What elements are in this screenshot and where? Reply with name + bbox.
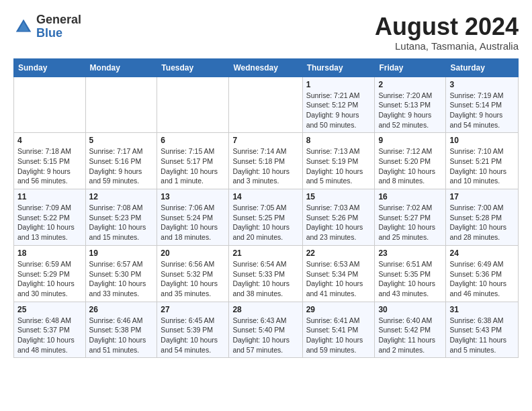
- day-cell: [14, 77, 86, 133]
- title-block: August 2024 Lutana, Tasmania, Australia: [375, 13, 519, 52]
- day-cell: 3Sunrise: 7:19 AM Sunset: 5:14 PM Daylig…: [446, 77, 519, 133]
- day-info: Sunrise: 6:46 AM Sunset: 5:38 PM Dayligh…: [89, 316, 154, 355]
- day-number: 2: [378, 80, 442, 89]
- day-info: Sunrise: 7:10 AM Sunset: 5:21 PM Dayligh…: [449, 146, 515, 186]
- logo-general: General: [36, 13, 81, 26]
- weekday-header-row: SundayMondayTuesdayWednesdayThursdayFrid…: [14, 58, 519, 77]
- day-number: 5: [89, 136, 154, 145]
- logo-icon: [13, 17, 34, 37]
- day-info: Sunrise: 7:14 AM Sunset: 5:18 PM Dayligh…: [232, 146, 298, 186]
- month-year: August 2024: [375, 13, 519, 40]
- week-row-3: 11Sunrise: 7:09 AM Sunset: 5:22 PM Dayli…: [14, 189, 519, 246]
- week-row-2: 4Sunrise: 7:18 AM Sunset: 5:15 PM Daylig…: [14, 133, 519, 189]
- day-info: Sunrise: 7:20 AM Sunset: 5:13 PM Dayligh…: [378, 91, 442, 130]
- day-number: 3: [449, 80, 515, 89]
- day-cell: 26Sunrise: 6:46 AM Sunset: 5:38 PM Dayli…: [85, 302, 157, 358]
- day-number: 24: [449, 248, 515, 258]
- day-info: Sunrise: 7:08 AM Sunset: 5:23 PM Dayligh…: [89, 203, 154, 242]
- day-info: Sunrise: 6:48 AM Sunset: 5:37 PM Dayligh…: [17, 316, 82, 355]
- day-number: 30: [378, 305, 442, 314]
- day-cell: 31Sunrise: 6:38 AM Sunset: 5:43 PM Dayli…: [446, 302, 519, 358]
- day-number: 12: [89, 192, 154, 201]
- day-cell: 22Sunrise: 6:53 AM Sunset: 5:34 PM Dayli…: [302, 245, 375, 302]
- day-info: Sunrise: 7:09 AM Sunset: 5:22 PM Dayligh…: [17, 203, 82, 242]
- day-number: 10: [449, 136, 515, 145]
- day-cell: 5Sunrise: 7:17 AM Sunset: 5:16 PM Daylig…: [85, 133, 157, 189]
- day-number: 28: [232, 305, 298, 314]
- day-cell: 30Sunrise: 6:40 AM Sunset: 5:42 PM Dayli…: [375, 302, 446, 358]
- day-cell: 19Sunrise: 6:57 AM Sunset: 5:30 PM Dayli…: [85, 245, 157, 302]
- day-number: 26: [89, 305, 154, 314]
- day-number: 18: [17, 248, 82, 258]
- day-info: Sunrise: 6:51 AM Sunset: 5:35 PM Dayligh…: [378, 259, 442, 299]
- day-info: Sunrise: 6:59 AM Sunset: 5:29 PM Dayligh…: [17, 259, 82, 299]
- week-row-1: 1Sunrise: 7:21 AM Sunset: 5:12 PM Daylig…: [14, 77, 519, 133]
- day-number: 22: [306, 248, 371, 258]
- day-number: 13: [161, 192, 225, 201]
- day-cell: 16Sunrise: 7:02 AM Sunset: 5:27 PM Dayli…: [375, 189, 446, 246]
- day-cell: 29Sunrise: 6:41 AM Sunset: 5:41 PM Dayli…: [302, 302, 375, 358]
- day-number: 29: [306, 305, 371, 314]
- day-number: 11: [17, 192, 82, 201]
- day-info: Sunrise: 7:17 AM Sunset: 5:16 PM Dayligh…: [89, 146, 154, 186]
- weekday-header-sunday: Sunday: [14, 58, 86, 77]
- day-number: 25: [17, 305, 82, 314]
- day-info: Sunrise: 7:05 AM Sunset: 5:25 PM Dayligh…: [232, 203, 298, 242]
- day-cell: 18Sunrise: 6:59 AM Sunset: 5:29 PM Dayli…: [14, 245, 86, 302]
- day-cell: 7Sunrise: 7:14 AM Sunset: 5:18 PM Daylig…: [229, 133, 302, 189]
- day-cell: 6Sunrise: 7:15 AM Sunset: 5:17 PM Daylig…: [157, 133, 229, 189]
- weekday-header-tuesday: Tuesday: [157, 58, 229, 77]
- day-info: Sunrise: 6:41 AM Sunset: 5:41 PM Dayligh…: [306, 316, 371, 355]
- day-number: 17: [449, 192, 515, 201]
- logo-text: General Blue: [36, 13, 81, 40]
- day-info: Sunrise: 6:56 AM Sunset: 5:32 PM Dayligh…: [161, 259, 225, 299]
- location: Lutana, Tasmania, Australia: [375, 40, 519, 52]
- day-cell: 25Sunrise: 6:48 AM Sunset: 5:37 PM Dayli…: [14, 302, 86, 358]
- day-info: Sunrise: 6:45 AM Sunset: 5:39 PM Dayligh…: [161, 316, 225, 355]
- day-number: 27: [161, 305, 225, 314]
- day-cell: [157, 77, 229, 133]
- day-info: Sunrise: 6:57 AM Sunset: 5:30 PM Dayligh…: [89, 259, 154, 299]
- day-info: Sunrise: 7:21 AM Sunset: 5:12 PM Dayligh…: [306, 91, 371, 130]
- logo-blue: Blue: [36, 26, 62, 40]
- weekday-header-thursday: Thursday: [302, 58, 375, 77]
- day-cell: 23Sunrise: 6:51 AM Sunset: 5:35 PM Dayli…: [375, 245, 446, 302]
- day-cell: [229, 77, 302, 133]
- logo: General Blue: [13, 13, 81, 40]
- day-cell: 14Sunrise: 7:05 AM Sunset: 5:25 PM Dayli…: [229, 189, 302, 246]
- day-info: Sunrise: 7:12 AM Sunset: 5:20 PM Dayligh…: [378, 146, 442, 186]
- day-cell: 8Sunrise: 7:13 AM Sunset: 5:19 PM Daylig…: [302, 133, 375, 189]
- page-header: General Blue August 2024 Lutana, Tasmani…: [13, 13, 519, 52]
- day-cell: 28Sunrise: 6:43 AM Sunset: 5:40 PM Dayli…: [229, 302, 302, 358]
- day-info: Sunrise: 7:15 AM Sunset: 5:17 PM Dayligh…: [161, 146, 225, 186]
- calendar-table: SundayMondayTuesdayWednesdayThursdayFrid…: [13, 58, 519, 359]
- day-number: 19: [89, 248, 154, 258]
- day-number: 4: [17, 136, 82, 145]
- day-cell: 2Sunrise: 7:20 AM Sunset: 5:13 PM Daylig…: [375, 77, 446, 133]
- day-cell: 13Sunrise: 7:06 AM Sunset: 5:24 PM Dayli…: [157, 189, 229, 246]
- day-info: Sunrise: 7:18 AM Sunset: 5:15 PM Dayligh…: [17, 146, 82, 186]
- day-info: Sunrise: 6:53 AM Sunset: 5:34 PM Dayligh…: [306, 259, 371, 299]
- day-cell: 20Sunrise: 6:56 AM Sunset: 5:32 PM Dayli…: [157, 245, 229, 302]
- day-number: 6: [161, 136, 225, 145]
- day-info: Sunrise: 7:06 AM Sunset: 5:24 PM Dayligh…: [161, 203, 225, 242]
- day-number: 9: [378, 136, 442, 145]
- day-info: Sunrise: 7:00 AM Sunset: 5:28 PM Dayligh…: [449, 203, 515, 242]
- weekday-header-saturday: Saturday: [446, 58, 519, 77]
- day-info: Sunrise: 6:49 AM Sunset: 5:36 PM Dayligh…: [449, 259, 515, 299]
- day-cell: [85, 77, 157, 133]
- day-number: 16: [378, 192, 442, 201]
- week-row-5: 25Sunrise: 6:48 AM Sunset: 5:37 PM Dayli…: [14, 302, 519, 358]
- day-info: Sunrise: 6:43 AM Sunset: 5:40 PM Dayligh…: [232, 316, 298, 355]
- weekday-header-monday: Monday: [85, 58, 157, 77]
- day-cell: 24Sunrise: 6:49 AM Sunset: 5:36 PM Dayli…: [446, 245, 519, 302]
- day-number: 31: [449, 305, 515, 314]
- week-row-4: 18Sunrise: 6:59 AM Sunset: 5:29 PM Dayli…: [14, 245, 519, 302]
- day-number: 7: [232, 136, 298, 145]
- day-cell: 27Sunrise: 6:45 AM Sunset: 5:39 PM Dayli…: [157, 302, 229, 358]
- day-number: 8: [306, 136, 371, 145]
- day-number: 20: [161, 248, 225, 258]
- weekday-header-wednesday: Wednesday: [229, 58, 302, 77]
- day-cell: 15Sunrise: 7:03 AM Sunset: 5:26 PM Dayli…: [302, 189, 375, 246]
- day-cell: 9Sunrise: 7:12 AM Sunset: 5:20 PM Daylig…: [375, 133, 446, 189]
